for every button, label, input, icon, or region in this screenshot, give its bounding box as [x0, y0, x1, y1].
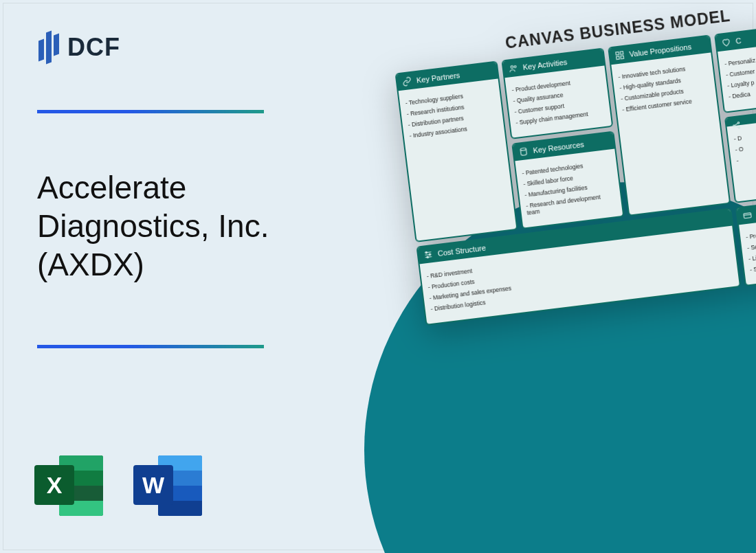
link-icon	[401, 76, 412, 87]
canvas-list: Technology suppliersResearch institution…	[399, 78, 506, 150]
divider-bottom	[37, 345, 264, 348]
canvas-list: Innovative tech solutionsHigh-quality st…	[611, 52, 718, 124]
canvas-header-label: Value Propositions	[629, 43, 692, 58]
svg-point-15	[429, 253, 431, 256]
canvas-key-resources: Key Resources Patented technologiesSkill…	[511, 131, 624, 229]
grid-icon	[614, 50, 625, 61]
svg-rect-6	[621, 56, 624, 59]
svg-point-9	[738, 126, 740, 128]
svg-rect-3	[616, 52, 619, 56]
svg-point-8	[737, 122, 740, 124]
share-icon	[731, 120, 742, 131]
word-icon: W	[133, 451, 202, 520]
business-model-canvas: CANVAS BUSINESS MODEL Key Partners Techn…	[392, 0, 756, 326]
svg-point-2	[520, 148, 526, 150]
database-icon	[518, 146, 529, 157]
heart-icon	[721, 37, 732, 48]
logo-bars-icon	[38, 32, 59, 63]
svg-point-7	[733, 125, 735, 127]
svg-point-14	[425, 251, 427, 253]
svg-point-0	[511, 66, 513, 69]
logo-text: DCF	[67, 33, 120, 62]
canvas-header-label: Cost Structure	[437, 244, 486, 258]
canvas-grid: Key Partners Technology suppliersResearc…	[395, 18, 756, 326]
canvas-value-propositions: Value Propositions Innovative tech solut…	[608, 34, 731, 216]
canvas-list: Patented technologiesSkilled labor force…	[515, 149, 623, 228]
excel-letter: X	[34, 465, 74, 505]
page-title: Accelerate Diagnostics, Inc. (AXDX)	[37, 168, 326, 284]
svg-rect-5	[616, 56, 620, 60]
canvas-header-label: Key Activities	[522, 58, 568, 71]
canvas-header-label: Key Partners	[416, 71, 460, 84]
list-item: Personaliz	[724, 49, 756, 67]
svg-rect-17	[744, 213, 751, 218]
word-letter: W	[133, 465, 173, 505]
svg-point-1	[514, 65, 516, 67]
canvas-key-activities: Key Activities Product developmentQualit…	[501, 47, 613, 139]
users-icon	[508, 63, 519, 74]
canvas-customer-relationships: C PersonalizCustomerLoyalty pDedica	[714, 21, 756, 113]
svg-point-16	[427, 256, 429, 258]
canvas-channels: DO	[724, 104, 756, 203]
canvas-header-label: Key Resources	[533, 140, 585, 155]
dcf-logo: DCF	[38, 32, 120, 63]
svg-rect-4	[620, 52, 623, 55]
card-icon	[742, 210, 753, 221]
sliders-icon	[423, 249, 434, 260]
excel-icon: X	[34, 451, 103, 520]
svg-line-18	[744, 214, 751, 215]
app-icons-row: X W	[34, 451, 202, 520]
canvas-key-partners: Key Partners Technology suppliersResearc…	[395, 60, 518, 242]
divider-top	[37, 110, 264, 113]
canvas-header-label: C	[735, 36, 742, 45]
canvas-list: Product developmentQuality assuranceCust…	[505, 65, 612, 137]
